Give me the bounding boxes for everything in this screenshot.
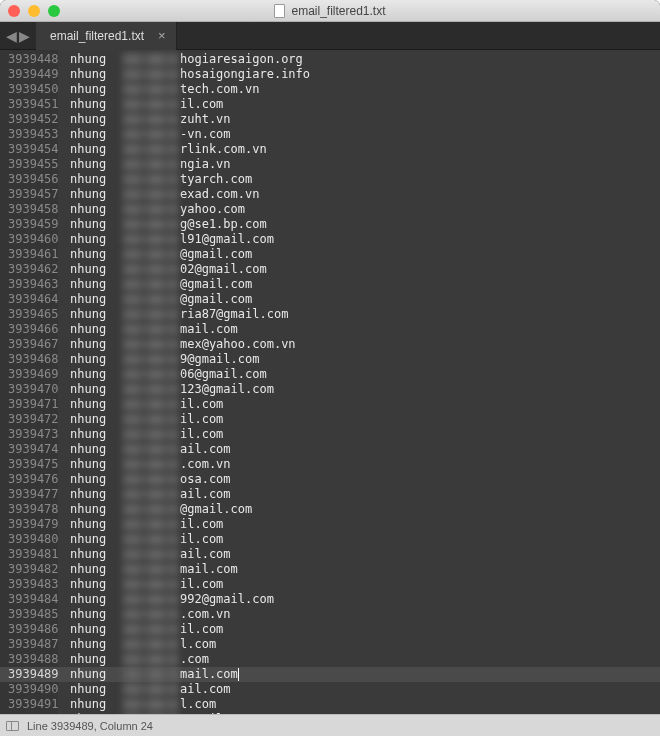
line-col1: nhung [58, 487, 122, 502]
editor-line[interactable]: 3939460nhungl91@gmail.com [0, 232, 660, 247]
editor-lines[interactable]: 3939448nhunghogiaresaigon.org3939449nhun… [0, 50, 660, 714]
editor-line[interactable]: 3939490nhungail.com [0, 682, 660, 697]
editor-line[interactable]: 3939458nhungyahoo.com [0, 202, 660, 217]
line-col1: nhung [58, 667, 122, 682]
editor-line[interactable]: 3939455nhungngia.vn [0, 157, 660, 172]
editor-line[interactable]: 3939463nhung@gmail.com [0, 277, 660, 292]
line-col1: nhung [58, 322, 122, 337]
editor-line[interactable]: 3939482nhungmail.com [0, 562, 660, 577]
line-col3: 02@gmail.com [178, 262, 267, 277]
line-number: 3939457 [0, 187, 58, 202]
line-number: 3939491 [0, 697, 58, 712]
line-col1: nhung [58, 202, 122, 217]
editor-area[interactable]: 3939448nhunghogiaresaigon.org3939449nhun… [0, 50, 660, 714]
editor-line[interactable]: 3939456nhungtyarch.com [0, 172, 660, 187]
editor-line[interactable]: 3939471nhungil.com [0, 397, 660, 412]
editor-line[interactable]: 3939474nhungail.com [0, 442, 660, 457]
line-number: 3939477 [0, 487, 58, 502]
line-col3: hogiaresaigon.org [178, 52, 303, 67]
nav-back-icon[interactable]: ◀ [6, 28, 17, 44]
line-col3: il.com [178, 427, 223, 442]
line-col3: exad.com.vn [178, 187, 259, 202]
editor-line[interactable]: 3939473nhungil.com [0, 427, 660, 442]
editor-line[interactable]: 3939461nhung@gmail.com [0, 247, 660, 262]
editor-line[interactable]: 3939454nhungrlink.com.vn [0, 142, 660, 157]
editor-line[interactable]: 3939470nhung123@gmail.com [0, 382, 660, 397]
editor-line[interactable]: 3939492nhung@gmail.com [0, 712, 660, 714]
editor-line[interactable]: 3939483nhungil.com [0, 577, 660, 592]
editor-line[interactable]: 3939484nhung992@gmail.com [0, 592, 660, 607]
editor-line[interactable]: 3939453nhung-vn.com [0, 127, 660, 142]
line-col1: nhung [58, 172, 122, 187]
editor-line[interactable]: 3939450nhungtech.com.vn [0, 82, 660, 97]
line-number: 3939478 [0, 502, 58, 517]
line-col1: nhung [58, 472, 122, 487]
line-number: 3939459 [0, 217, 58, 232]
line-col1: nhung [58, 97, 122, 112]
editor-line[interactable]: 3939469nhung06@gmail.com [0, 367, 660, 382]
redacted-segment [122, 158, 178, 171]
editor-line[interactable]: 3939478nhung@gmail.com [0, 502, 660, 517]
editor-line[interactable]: 3939457nhungexad.com.vn [0, 187, 660, 202]
line-col3: @gmail.com [178, 277, 252, 292]
editor-line[interactable]: 3939451nhungil.com [0, 97, 660, 112]
line-number: 3939482 [0, 562, 58, 577]
line-col3: il.com [178, 622, 223, 637]
editor-line[interactable]: 3939466nhungmail.com [0, 322, 660, 337]
titlebar[interactable]: email_filtered1.txt [0, 0, 660, 22]
tab-close-icon[interactable]: × [158, 28, 166, 43]
editor-line[interactable]: 3939481nhungail.com [0, 547, 660, 562]
window-title-wrap: email_filtered1.txt [0, 4, 660, 18]
panel-icon[interactable] [6, 721, 19, 731]
redacted-segment [122, 368, 178, 381]
tab-active[interactable]: email_filtered1.txt × [36, 22, 177, 50]
editor-line[interactable]: 3939468nhung9@gmail.com [0, 352, 660, 367]
editor-line[interactable]: 3939477nhungail.com [0, 487, 660, 502]
line-col3: 06@gmail.com [178, 367, 267, 382]
tab-bar: ◀ ▶ email_filtered1.txt × [0, 22, 660, 50]
line-col1: nhung [58, 112, 122, 127]
redacted-segment [122, 443, 178, 456]
redacted-segment [122, 698, 178, 711]
line-col1: nhung [58, 442, 122, 457]
line-col1: nhung [58, 262, 122, 277]
line-number: 3939456 [0, 172, 58, 187]
editor-line[interactable]: 3939475nhung.com.vn [0, 457, 660, 472]
editor-line[interactable]: 3939459nhungg@se1.bp.com [0, 217, 660, 232]
line-number: 3939469 [0, 367, 58, 382]
line-col3: @gmail.com [178, 502, 252, 517]
editor-line[interactable]: 3939485nhung.com.vn [0, 607, 660, 622]
editor-line[interactable]: 3939480nhungil.com [0, 532, 660, 547]
editor-line[interactable]: 3939479nhungil.com [0, 517, 660, 532]
line-col1: nhung [58, 337, 122, 352]
editor-line[interactable]: 3939488nhung.com [0, 652, 660, 667]
editor-line[interactable]: 3939452nhungzuht.vn [0, 112, 660, 127]
line-col3: il.com [178, 532, 223, 547]
editor-line[interactable]: 3939462nhung02@gmail.com [0, 262, 660, 277]
line-col1: nhung [58, 307, 122, 322]
editor-line[interactable]: 3939489nhungmail.com [0, 667, 660, 682]
line-col1: nhung [58, 52, 122, 67]
editor-line[interactable]: 3939476nhungosa.com [0, 472, 660, 487]
editor-line[interactable]: 3939464nhung@gmail.com [0, 292, 660, 307]
editor-line[interactable]: 3939467nhungmex@yahoo.com.vn [0, 337, 660, 352]
line-number: 3939471 [0, 397, 58, 412]
editor-line[interactable]: 3939465nhungria87@gmail.com [0, 307, 660, 322]
editor-line[interactable]: 3939472nhungil.com [0, 412, 660, 427]
editor-line[interactable]: 3939487nhungl.com [0, 637, 660, 652]
nav-forward-icon[interactable]: ▶ [19, 28, 30, 44]
editor-line[interactable]: 3939491nhungl.com [0, 697, 660, 712]
tab-nav-arrows: ◀ ▶ [0, 28, 36, 44]
line-col1: nhung [58, 67, 122, 82]
editor-line[interactable]: 3939449nhunghosaigongiare.info [0, 67, 660, 82]
line-col3: @gmail.com [178, 292, 252, 307]
redacted-segment [122, 53, 178, 66]
redacted-segment [122, 533, 178, 546]
line-col3: .com [178, 652, 209, 667]
editor-line[interactable]: 3939448nhunghogiaresaigon.org [0, 52, 660, 67]
line-number: 3939461 [0, 247, 58, 262]
line-number: 3939488 [0, 652, 58, 667]
editor-line[interactable]: 3939486nhungil.com [0, 622, 660, 637]
line-col3: 9@gmail.com [178, 352, 259, 367]
status-bar[interactable]: Line 3939489, Column 24 [0, 714, 660, 736]
